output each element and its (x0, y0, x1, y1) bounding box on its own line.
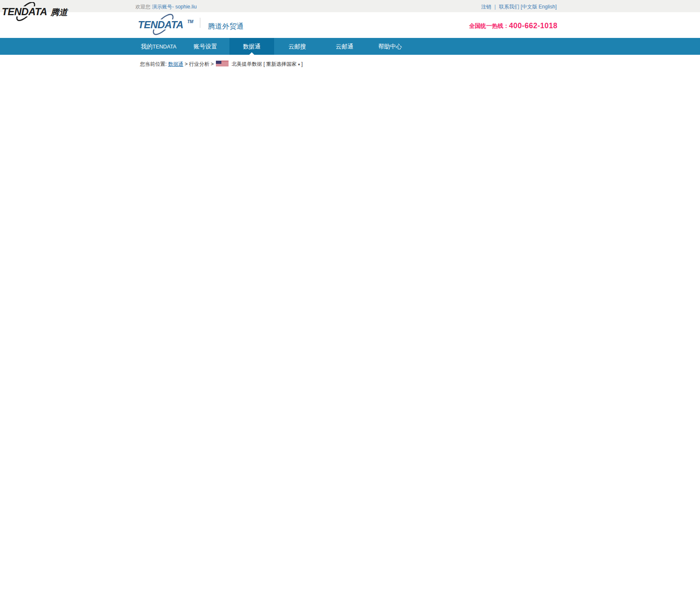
svg-text:TENDATA: TENDATA (138, 19, 183, 30)
svg-text:TM: TM (187, 19, 194, 24)
svg-text:腾道: 腾道 (50, 8, 69, 17)
svg-text:TENDATA: TENDATA (2, 6, 47, 17)
